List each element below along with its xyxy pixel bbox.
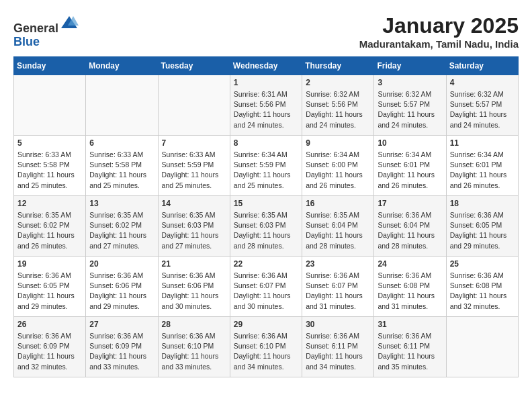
day-info: Sunrise: 6:36 AMSunset: 6:10 PMDaylight:… xyxy=(234,331,298,372)
day-number: 16 xyxy=(306,199,370,208)
logo-icon xyxy=(60,13,79,32)
day-info: Sunrise: 6:32 AMSunset: 5:57 PMDaylight:… xyxy=(450,89,515,130)
calendar-cell: 16Sunrise: 6:35 AMSunset: 6:04 PMDayligh… xyxy=(302,196,374,257)
calendar-week-row: 19Sunrise: 6:36 AMSunset: 6:05 PMDayligh… xyxy=(14,257,519,317)
calendar-cell: 20Sunrise: 6:36 AMSunset: 6:06 PMDayligh… xyxy=(86,257,158,317)
day-info: Sunrise: 6:36 AMSunset: 6:10 PMDaylight:… xyxy=(162,331,226,372)
day-info: Sunrise: 6:35 AMSunset: 6:03 PMDaylight:… xyxy=(234,210,298,251)
calendar-cell: 12Sunrise: 6:35 AMSunset: 6:02 PMDayligh… xyxy=(14,196,86,257)
day-info: Sunrise: 6:32 AMSunset: 5:57 PMDaylight:… xyxy=(378,89,442,130)
calendar-title: January 2025 xyxy=(359,13,519,38)
day-info: Sunrise: 6:34 AMSunset: 5:59 PMDaylight:… xyxy=(234,150,298,191)
day-info: Sunrise: 6:36 AMSunset: 6:07 PMDaylight:… xyxy=(306,271,370,312)
calendar-cell: 13Sunrise: 6:35 AMSunset: 6:02 PMDayligh… xyxy=(86,196,158,257)
calendar-cell: 6Sunrise: 6:33 AMSunset: 5:58 PMDaylight… xyxy=(86,136,158,196)
day-info: Sunrise: 6:33 AMSunset: 5:58 PMDaylight:… xyxy=(17,150,82,191)
day-info: Sunrise: 6:35 AMSunset: 6:02 PMDaylight:… xyxy=(17,210,82,251)
calendar-cell: 25Sunrise: 6:36 AMSunset: 6:08 PMDayligh… xyxy=(446,257,518,317)
day-number: 6 xyxy=(89,138,154,148)
calendar-cell: 2Sunrise: 6:32 AMSunset: 5:56 PMDaylight… xyxy=(302,75,374,136)
day-number: 4 xyxy=(450,78,515,87)
calendar-week-row: 5Sunrise: 6:33 AMSunset: 5:58 PMDaylight… xyxy=(14,136,519,196)
calendar-cell: 14Sunrise: 6:35 AMSunset: 6:03 PMDayligh… xyxy=(158,196,230,257)
calendar-cell: 21Sunrise: 6:36 AMSunset: 6:06 PMDayligh… xyxy=(158,257,230,317)
weekday-header-row: SundayMondayTuesdayWednesdayThursdayFrid… xyxy=(14,57,519,75)
calendar-cell: 4Sunrise: 6:32 AMSunset: 5:57 PMDaylight… xyxy=(446,75,518,136)
calendar-week-row: 1Sunrise: 6:31 AMSunset: 5:56 PMDaylight… xyxy=(14,75,519,136)
day-number: 5 xyxy=(17,138,82,148)
day-number: 18 xyxy=(450,199,515,208)
day-number: 1 xyxy=(234,78,298,87)
calendar-cell: 11Sunrise: 6:34 AMSunset: 6:01 PMDayligh… xyxy=(446,136,518,196)
logo: General Blue xyxy=(13,13,79,49)
day-info: Sunrise: 6:36 AMSunset: 6:05 PMDaylight:… xyxy=(17,271,82,312)
day-info: Sunrise: 6:36 AMSunset: 6:09 PMDaylight:… xyxy=(89,331,154,372)
day-info: Sunrise: 6:35 AMSunset: 6:03 PMDaylight:… xyxy=(162,210,226,251)
day-number: 9 xyxy=(306,138,370,148)
calendar-cell: 31Sunrise: 6:36 AMSunset: 6:11 PMDayligh… xyxy=(374,317,446,377)
logo-blue: Blue xyxy=(13,35,40,48)
day-info: Sunrise: 6:31 AMSunset: 5:56 PMDaylight:… xyxy=(234,89,298,130)
calendar-week-row: 12Sunrise: 6:35 AMSunset: 6:02 PMDayligh… xyxy=(14,196,519,257)
calendar-cell: 15Sunrise: 6:35 AMSunset: 6:03 PMDayligh… xyxy=(230,196,302,257)
calendar-cell: 23Sunrise: 6:36 AMSunset: 6:07 PMDayligh… xyxy=(302,257,374,317)
day-number: 11 xyxy=(450,138,515,148)
day-info: Sunrise: 6:34 AMSunset: 6:01 PMDaylight:… xyxy=(378,150,442,191)
day-info: Sunrise: 6:33 AMSunset: 5:58 PMDaylight:… xyxy=(89,150,154,191)
calendar-cell: 27Sunrise: 6:36 AMSunset: 6:09 PMDayligh… xyxy=(86,317,158,377)
day-number: 24 xyxy=(378,259,442,269)
day-number: 3 xyxy=(378,78,442,87)
day-info: Sunrise: 6:36 AMSunset: 6:11 PMDaylight:… xyxy=(378,331,442,372)
day-info: Sunrise: 6:32 AMSunset: 5:56 PMDaylight:… xyxy=(306,89,370,130)
calendar-cell: 5Sunrise: 6:33 AMSunset: 5:58 PMDaylight… xyxy=(14,136,86,196)
page-header: General Blue January 2025 Madurantakam, … xyxy=(13,13,519,50)
day-number: 20 xyxy=(89,259,154,269)
day-info: Sunrise: 6:33 AMSunset: 5:59 PMDaylight:… xyxy=(162,150,226,191)
calendar-cell: 7Sunrise: 6:33 AMSunset: 5:59 PMDaylight… xyxy=(158,136,230,196)
calendar-cell: 9Sunrise: 6:34 AMSunset: 6:00 PMDaylight… xyxy=(302,136,374,196)
day-number: 26 xyxy=(17,320,82,329)
day-number: 14 xyxy=(162,199,226,208)
calendar-cell: 19Sunrise: 6:36 AMSunset: 6:05 PMDayligh… xyxy=(14,257,86,317)
day-info: Sunrise: 6:34 AMSunset: 6:01 PMDaylight:… xyxy=(450,150,515,191)
day-number: 15 xyxy=(234,199,298,208)
day-info: Sunrise: 6:36 AMSunset: 6:11 PMDaylight:… xyxy=(306,331,370,372)
day-info: Sunrise: 6:36 AMSunset: 6:09 PMDaylight:… xyxy=(17,331,82,372)
calendar-cell: 3Sunrise: 6:32 AMSunset: 5:57 PMDaylight… xyxy=(374,75,446,136)
day-number: 30 xyxy=(306,320,370,329)
weekday-header-tuesday: Tuesday xyxy=(158,57,230,75)
calendar-cell: 24Sunrise: 6:36 AMSunset: 6:08 PMDayligh… xyxy=(374,257,446,317)
calendar-cell: 22Sunrise: 6:36 AMSunset: 6:07 PMDayligh… xyxy=(230,257,302,317)
weekday-header-friday: Friday xyxy=(374,57,446,75)
calendar-cell: 29Sunrise: 6:36 AMSunset: 6:10 PMDayligh… xyxy=(230,317,302,377)
day-number: 27 xyxy=(89,320,154,329)
calendar-cell: 10Sunrise: 6:34 AMSunset: 6:01 PMDayligh… xyxy=(374,136,446,196)
day-number: 23 xyxy=(306,259,370,269)
day-number: 12 xyxy=(17,199,82,208)
calendar-table: SundayMondayTuesdayWednesdayThursdayFrid… xyxy=(13,56,519,377)
calendar-cell: 8Sunrise: 6:34 AMSunset: 5:59 PMDaylight… xyxy=(230,136,302,196)
calendar-cell xyxy=(86,75,158,136)
day-info: Sunrise: 6:36 AMSunset: 6:04 PMDaylight:… xyxy=(378,210,442,251)
logo-general: General xyxy=(13,21,58,35)
calendar-cell xyxy=(158,75,230,136)
day-info: Sunrise: 6:36 AMSunset: 6:06 PMDaylight:… xyxy=(162,271,226,312)
weekday-header-thursday: Thursday xyxy=(302,57,374,75)
calendar-cell: 28Sunrise: 6:36 AMSunset: 6:10 PMDayligh… xyxy=(158,317,230,377)
weekday-header-wednesday: Wednesday xyxy=(230,57,302,75)
day-info: Sunrise: 6:36 AMSunset: 6:05 PMDaylight:… xyxy=(450,210,515,251)
day-info: Sunrise: 6:35 AMSunset: 6:04 PMDaylight:… xyxy=(306,210,370,251)
calendar-cell: 1Sunrise: 6:31 AMSunset: 5:56 PMDaylight… xyxy=(230,75,302,136)
day-number: 29 xyxy=(234,320,298,329)
day-number: 10 xyxy=(378,138,442,148)
day-info: Sunrise: 6:36 AMSunset: 6:08 PMDaylight:… xyxy=(378,271,442,312)
day-number: 7 xyxy=(162,138,226,148)
title-block: January 2025 Madurantakam, Tamil Nadu, I… xyxy=(359,13,519,50)
calendar-cell: 18Sunrise: 6:36 AMSunset: 6:05 PMDayligh… xyxy=(446,196,518,257)
day-number: 21 xyxy=(162,259,226,269)
day-info: Sunrise: 6:36 AMSunset: 6:08 PMDaylight:… xyxy=(450,271,515,312)
calendar-cell: 30Sunrise: 6:36 AMSunset: 6:11 PMDayligh… xyxy=(302,317,374,377)
calendar-cell: 17Sunrise: 6:36 AMSunset: 6:04 PMDayligh… xyxy=(374,196,446,257)
calendar-subtitle: Madurantakam, Tamil Nadu, India xyxy=(359,38,519,50)
day-number: 8 xyxy=(234,138,298,148)
